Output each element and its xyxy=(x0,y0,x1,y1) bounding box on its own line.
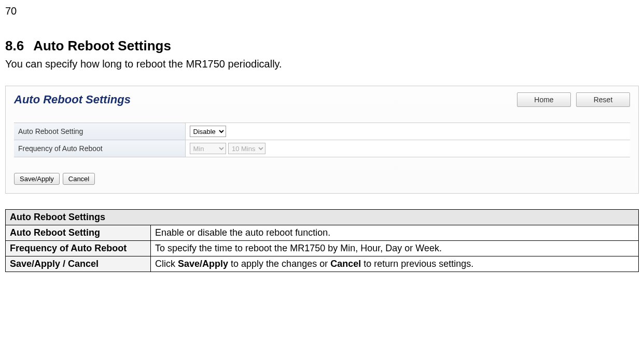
desc-row: Auto Reboot Setting Enable or disable th… xyxy=(6,225,639,241)
cancel-button[interactable]: Cancel xyxy=(63,173,95,185)
settings-panel: Auto Reboot Settings Home Reset Auto Reb… xyxy=(5,86,639,194)
settings-form-table: Auto Reboot Setting Disable Frequency of… xyxy=(14,123,630,157)
desc-row: Save/Apply / Cancel Click Save/Apply to … xyxy=(6,256,639,272)
section-heading: 8.6Auto Reboot Settings xyxy=(5,38,639,54)
desc-text-middle: to apply the changes or xyxy=(228,259,330,269)
intro-text: You can specify how long to reboot the M… xyxy=(5,58,639,70)
home-button[interactable]: Home xyxy=(517,92,571,107)
auto-reboot-select[interactable]: Disable xyxy=(190,126,226,137)
desc-strong-save: Save/Apply xyxy=(178,259,228,269)
desc-row-label: Auto Reboot Setting xyxy=(6,225,151,241)
frequency-value-select[interactable]: 10 Mins xyxy=(228,143,265,154)
desc-strong-cancel: Cancel xyxy=(330,259,361,269)
page-number: 70 xyxy=(5,5,639,17)
desc-row-label: Frequency of Auto Reboot xyxy=(6,241,151,256)
action-row: Save/Apply Cancel xyxy=(14,173,630,185)
panel-header: Auto Reboot Settings Home Reset xyxy=(14,92,630,107)
desc-row-text: Click Save/Apply to apply the changes or… xyxy=(151,256,639,272)
reset-button[interactable]: Reset xyxy=(576,92,630,107)
setting-control-frequency: Min 10 Mins xyxy=(185,140,630,157)
save-apply-button[interactable]: Save/Apply xyxy=(14,173,60,185)
desc-header-cell: Auto Reboot Settings xyxy=(6,210,639,225)
description-table: Auto Reboot Settings Auto Reboot Setting… xyxy=(5,209,639,272)
setting-label-frequency: Frequency of Auto Reboot xyxy=(14,140,185,157)
desc-row-text: To specify the time to reboot the MR1750… xyxy=(151,241,639,256)
heading-number: 8.6 xyxy=(5,38,24,53)
desc-text-prefix: Click xyxy=(155,259,178,269)
setting-row-auto-reboot: Auto Reboot Setting Disable xyxy=(14,123,630,140)
panel-buttons: Home Reset xyxy=(517,92,630,107)
desc-row-text: Enable or disable the auto reboot functi… xyxy=(151,225,639,241)
setting-label-auto-reboot: Auto Reboot Setting xyxy=(14,123,185,140)
panel-title: Auto Reboot Settings xyxy=(14,93,131,106)
desc-header-row: Auto Reboot Settings xyxy=(6,210,639,225)
heading-text: Auto Reboot Settings xyxy=(33,38,171,53)
setting-control-auto-reboot: Disable xyxy=(185,123,630,140)
setting-row-frequency: Frequency of Auto Reboot Min 10 Mins xyxy=(14,140,630,157)
desc-text-suffix: to return previous settings. xyxy=(361,259,473,269)
frequency-unit-select[interactable]: Min xyxy=(190,143,226,154)
desc-row-label: Save/Apply / Cancel xyxy=(6,256,151,272)
desc-row: Frequency of Auto Reboot To specify the … xyxy=(6,241,639,256)
